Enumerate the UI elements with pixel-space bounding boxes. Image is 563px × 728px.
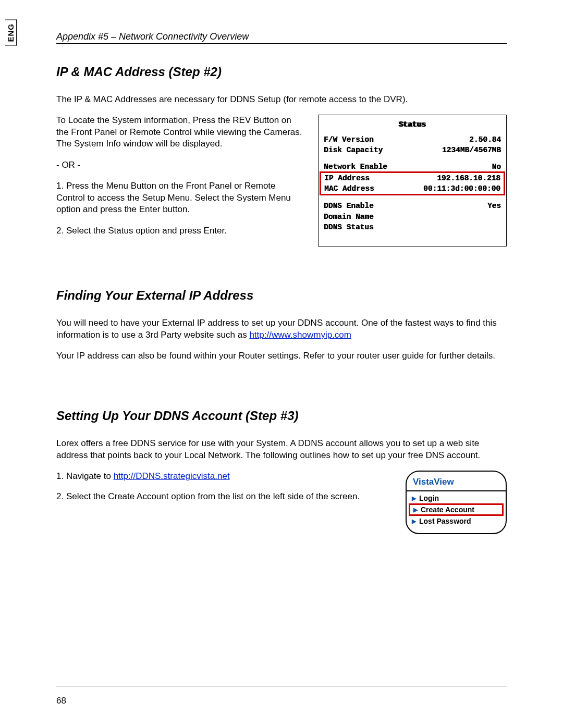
footer-rule <box>56 686 507 686</box>
triangle-icon: ▶ <box>413 507 418 513</box>
section-external-ip-title: Finding Your External IP Address <box>56 288 507 303</box>
vistaview-lost-label: Lost Password <box>419 517 471 525</box>
status-disk-label: Disk Capacity <box>324 145 383 155</box>
sec2-p2: Your IP address can also be found within… <box>56 350 507 362</box>
status-network-label: Network Enable <box>324 162 387 172</box>
status-ip-value: 192.168.10.218 <box>437 173 500 183</box>
section-ip-mac-title: IP & MAC Address (Step #2) <box>56 65 507 79</box>
language-tab: ENG <box>5 20 17 46</box>
status-row-ddns-status: DDNS Status <box>324 222 501 232</box>
status-row-network: Network Enable No <box>324 162 501 172</box>
ddns-link[interactable]: http://DDNS.strategicvista.net <box>114 471 230 481</box>
status-row-mac: MAC Address 00:11:3d:00:00:00 <box>324 183 500 194</box>
vistaview-create-account[interactable]: ▶ Create Account <box>409 503 504 516</box>
status-ddns-enable-value: Yes <box>487 201 501 211</box>
sec1-or: - OR - <box>56 159 305 171</box>
sec3-step1-text: 1. Navigate to <box>56 471 114 481</box>
header-rule <box>56 43 507 44</box>
status-domain-label: Domain Name <box>324 212 374 222</box>
showmyip-link[interactable]: http://www.showmyip.com <box>249 330 351 340</box>
triangle-icon: ▶ <box>412 518 416 525</box>
vistaview-login[interactable]: ▶ Login <box>407 492 506 504</box>
status-panel-title: Status <box>324 119 501 130</box>
status-panel: Status F/W Version 2.50.84 Disk Capacity… <box>318 115 507 246</box>
vistaview-title: VistaView <box>407 476 506 490</box>
status-fw-label: F/W Version <box>324 134 374 145</box>
status-mac-value: 00:11:3d:00:00:00 <box>423 183 500 194</box>
sec1-intro: The IP & MAC Addresses are necessary for… <box>56 94 507 105</box>
sec2-p1: You will need to have your External IP a… <box>56 317 507 341</box>
sec1-locate: To Locate the System information, Press … <box>56 115 305 150</box>
status-disk-value: 1234MB/4567MB <box>442 145 501 155</box>
status-network-value: No <box>492 162 501 172</box>
status-highlight-box: IP Address 192.168.10.218 MAC Address 00… <box>320 171 505 196</box>
status-row-disk: Disk Capacity 1234MB/4567MB <box>324 145 501 155</box>
appendix-header: Appendix #5 – Network Connectivity Overv… <box>56 31 507 42</box>
page-number: 68 <box>56 696 66 706</box>
vistaview-panel: VistaView ▶ Login ▶ Create Account ▶ Los… <box>406 471 507 534</box>
status-ddns-status-label: DDNS Status <box>324 222 374 232</box>
section-ddns-title: Setting Up Your DDNS Account (Step #3) <box>56 409 507 423</box>
sec3-step1: 1. Navigate to http://DDNS.strategicvist… <box>56 471 395 482</box>
status-ddns-enable-label: DDNS Enable <box>324 201 374 211</box>
vistaview-rule <box>407 490 506 491</box>
status-row-ip: IP Address 192.168.10.218 <box>324 173 500 183</box>
status-fw-value: 2.50.84 <box>469 134 501 145</box>
vistaview-login-label: Login <box>419 494 439 502</box>
sec3-intro: Lorex offers a free DDNS service for use… <box>56 438 507 461</box>
vistaview-create-label: Create Account <box>421 505 474 514</box>
sec1-step2: 2. Select the Status option and press En… <box>56 225 305 237</box>
sec3-step2: 2. Select the Create Account option from… <box>56 491 395 502</box>
status-row-ddns-enable: DDNS Enable Yes <box>324 201 501 211</box>
status-ip-label: IP Address <box>324 173 370 183</box>
vistaview-lost-password[interactable]: ▶ Lost Password <box>407 515 506 527</box>
status-mac-label: MAC Address <box>324 183 374 194</box>
status-row-domain: Domain Name <box>324 212 501 222</box>
status-row-fw: F/W Version 2.50.84 <box>324 134 501 145</box>
triangle-icon: ▶ <box>412 495 416 502</box>
sec1-step1: 1. Press the Menu Button on the Front Pa… <box>56 180 305 215</box>
